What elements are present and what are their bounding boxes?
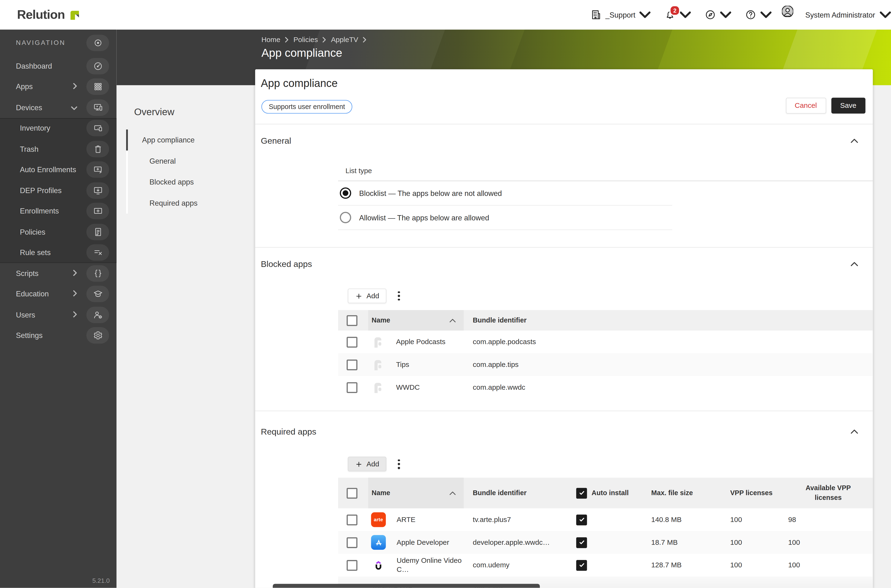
sidebar-item-scripts[interactable]: Scripts bbox=[0, 263, 116, 284]
sidebar-item-users[interactable]: Users bbox=[0, 304, 116, 325]
vpp-licenses-value: 100 bbox=[715, 554, 784, 577]
blocked-app-row[interactable]: WWDCcom.apple.wwdc bbox=[338, 376, 873, 399]
column-header-name[interactable]: Name bbox=[372, 489, 390, 497]
sidebar-item-label: Inventory bbox=[20, 124, 87, 132]
row-checkbox[interactable] bbox=[347, 537, 358, 548]
available-vpp-value: 100 bbox=[784, 554, 873, 577]
overview-item-general[interactable]: General bbox=[126, 150, 245, 171]
max-file-size-value: 18.7 MB bbox=[637, 531, 715, 554]
avatar-icon bbox=[782, 6, 800, 24]
row-checkbox[interactable] bbox=[347, 382, 358, 393]
dashboard-icon bbox=[87, 58, 109, 74]
auto-install-checkbox[interactable] bbox=[576, 537, 587, 548]
required-app-row[interactable]: Udemy Online Video C…com.udemy128.7 MB10… bbox=[338, 554, 873, 577]
auto-enrollments-icon bbox=[87, 162, 109, 178]
overview-item-app-compliance[interactable]: App compliance bbox=[126, 129, 245, 150]
sidebar-item-enrollments[interactable]: Enrollments bbox=[0, 201, 116, 221]
required-app-row[interactable]: arteARTEtv.arte.plus7140.8 MB10098 bbox=[338, 508, 873, 531]
list-type-option-blocklist[interactable]: Blocklist — The apps below are not allow… bbox=[340, 181, 873, 205]
radio-unselected[interactable] bbox=[340, 212, 351, 223]
overview-item-required-apps[interactable]: Required apps bbox=[126, 193, 245, 213]
chevron-down-icon bbox=[71, 103, 77, 112]
column-header-max-file-size[interactable]: Max. file size bbox=[637, 478, 715, 508]
overview-item-blocked-apps[interactable]: Blocked apps bbox=[126, 171, 245, 192]
sidebar-item-dep-profiles[interactable]: DEP Profiles bbox=[0, 180, 116, 201]
auto-install-checkbox[interactable] bbox=[576, 560, 587, 570]
notifications-button[interactable]: 2 bbox=[664, 9, 691, 20]
eye-icon[interactable] bbox=[87, 34, 109, 51]
help-button[interactable] bbox=[745, 9, 772, 20]
sort-ascending-icon[interactable] bbox=[449, 316, 456, 324]
column-header-vpp-licenses[interactable]: VPP licenses bbox=[715, 478, 784, 508]
row-checkbox[interactable] bbox=[347, 359, 358, 370]
sidebar-item-dashboard[interactable]: Dashboard bbox=[0, 56, 116, 76]
column-header-available-vpp[interactable]: Available VPP licenses bbox=[784, 478, 873, 508]
blocked-app-row[interactable]: Apple Podcastscom.apple.podcasts bbox=[338, 331, 873, 353]
column-header-auto-install[interactable]: Auto install bbox=[592, 489, 629, 497]
chevron-down-icon bbox=[880, 9, 891, 20]
compass-icon bbox=[705, 9, 716, 20]
feedback-button[interactable] bbox=[705, 9, 731, 20]
row-checkbox[interactable] bbox=[347, 560, 358, 570]
app-bundle-id: com.udemy bbox=[464, 554, 569, 577]
save-button[interactable]: Save bbox=[831, 98, 865, 114]
sidebar-item-devices[interactable]: Devices bbox=[0, 97, 116, 118]
auto-install-all-checkbox[interactable] bbox=[576, 488, 587, 498]
blocked-app-row[interactable]: Tipscom.apple.tips bbox=[338, 353, 873, 376]
required-app-row[interactable]: Apple Developerdeveloper.apple.wwdc…18.7… bbox=[338, 531, 873, 554]
radio-label: Blocklist — The apps below are not allow… bbox=[359, 189, 502, 197]
sidebar-item-education[interactable]: Education bbox=[0, 284, 116, 304]
user-menu[interactable]: System Administrator bbox=[782, 6, 891, 24]
cancel-button[interactable]: Cancel bbox=[786, 98, 826, 114]
add-blocked-app-button[interactable]: Add bbox=[348, 288, 386, 303]
blocked-apps-menu-button[interactable] bbox=[396, 288, 402, 303]
horizontal-scrollbar[interactable] bbox=[273, 584, 540, 588]
education-icon bbox=[87, 286, 109, 302]
radio-selected[interactable] bbox=[340, 188, 351, 199]
chevron-right-icon bbox=[73, 82, 77, 91]
auto-install-checkbox[interactable] bbox=[576, 514, 587, 525]
sidebar-item-settings[interactable]: Settings bbox=[0, 325, 116, 346]
sidebar-item-policies[interactable]: Policies bbox=[0, 222, 116, 242]
collapse-required-icon[interactable] bbox=[850, 429, 858, 434]
sort-ascending-icon[interactable] bbox=[449, 489, 456, 497]
required-apps-menu-button[interactable] bbox=[396, 457, 402, 471]
chevron-down-icon bbox=[720, 9, 732, 20]
sidebar-item-inventory[interactable]: Inventory bbox=[0, 118, 116, 138]
sidebar-item-label: Rule sets bbox=[20, 248, 87, 257]
app-logo[interactable]: Relution bbox=[17, 8, 81, 22]
sidebar: NAVIGATION DashboardAppsDevicesInventory… bbox=[0, 30, 116, 588]
app-bundle-id: developer.apple.wwdc… bbox=[464, 531, 569, 554]
app-placeholder-icon bbox=[371, 335, 385, 349]
column-header-bundle[interactable]: Bundle identifier bbox=[464, 478, 569, 508]
sidebar-item-apps[interactable]: Apps bbox=[0, 76, 116, 97]
column-header-bundle[interactable]: Bundle identifier bbox=[464, 310, 873, 331]
list-type-option-allowlist[interactable]: Allowlist — The apps below are allowed bbox=[340, 206, 873, 230]
nav-label: NAVIGATION bbox=[16, 39, 87, 46]
sidebar-item-trash[interactable]: Trash bbox=[0, 139, 116, 159]
apps-grid-icon bbox=[87, 79, 109, 95]
collapse-blocked-icon[interactable] bbox=[850, 261, 858, 266]
add-required-app-button[interactable]: Add bbox=[348, 457, 386, 471]
add-label: Add bbox=[367, 460, 379, 468]
card-header: App compliance Supports user enrollment … bbox=[255, 69, 873, 124]
app-name: Apple Developer bbox=[397, 538, 449, 547]
sidebar-item-label: Enrollments bbox=[20, 207, 87, 215]
breadcrumb: HomePoliciesAppleTV bbox=[261, 36, 371, 44]
org-switcher[interactable]: _Support bbox=[590, 9, 651, 20]
collapse-general-icon[interactable] bbox=[850, 138, 858, 143]
enrollments-icon bbox=[87, 203, 109, 219]
breadcrumb-link-home[interactable]: Home bbox=[261, 36, 280, 44]
row-checkbox[interactable] bbox=[347, 336, 358, 347]
select-all-checkbox[interactable] bbox=[347, 488, 358, 498]
app-name: Tips bbox=[396, 360, 409, 369]
select-all-checkbox[interactable] bbox=[347, 315, 358, 326]
section-general: General List type Blocklist — The apps b… bbox=[255, 124, 873, 248]
row-checkbox[interactable] bbox=[347, 514, 358, 525]
column-header-name[interactable]: Name bbox=[372, 316, 390, 324]
chevron-right-icon bbox=[285, 37, 289, 42]
sidebar-item-auto-enrollments[interactable]: Auto Enrollments bbox=[0, 159, 116, 180]
breadcrumb-link-policies[interactable]: Policies bbox=[293, 36, 318, 44]
sidebar-item-rule-sets[interactable]: Rule sets bbox=[0, 242, 116, 263]
breadcrumb-link-appletv[interactable]: AppleTV bbox=[331, 36, 358, 44]
